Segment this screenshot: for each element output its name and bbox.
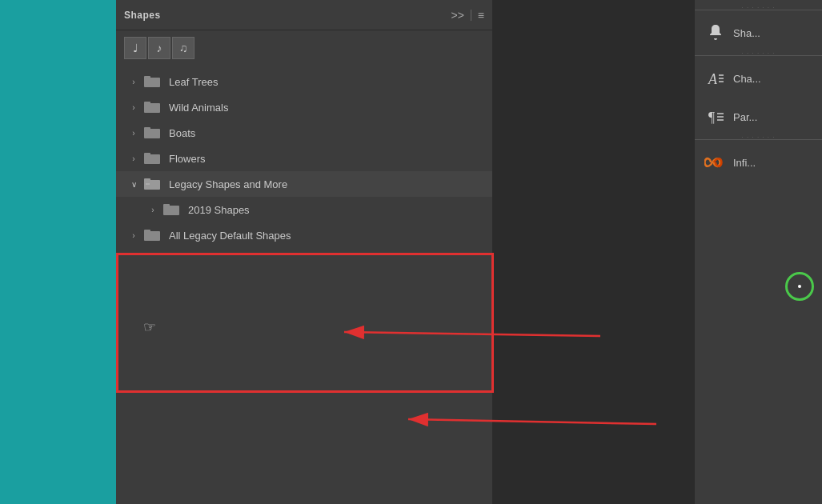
folder-icon-wild-animals: [143, 99, 162, 115]
sidebar-label-infinite: Infi...: [733, 157, 756, 169]
icon-row: ♩ ♪ ♫: [116, 30, 492, 66]
paragraph-panel-icon: ¶: [704, 106, 727, 128]
expand-icon[interactable]: >>: [451, 9, 463, 22]
sidebar-label-paragraph: Par...: [733, 111, 757, 123]
tree-item-label-leaf-trees: Leaf Trees: [169, 76, 218, 88]
folder-icon-legacy-shapes: [143, 176, 162, 192]
svg-rect-12: [163, 204, 170, 207]
tree-item-boats[interactable]: › Boats: [116, 120, 492, 146]
folder-icon-leaf-trees: [143, 74, 162, 90]
folder-icon-all-legacy: [143, 227, 162, 243]
cursor-circle: [785, 272, 814, 301]
music-icon-1[interactable]: ♩: [124, 37, 146, 59]
chevron-all-legacy: ›: [127, 231, 140, 240]
svg-text:A: A: [708, 71, 718, 87]
tree-item-label-all-legacy: All Legacy Default Shapes: [169, 230, 291, 242]
svg-rect-7: [144, 153, 150, 156]
folder-icon-flowers: [143, 150, 162, 166]
chevron-boats: ›: [127, 129, 140, 138]
chevron-flowers: ›: [127, 154, 140, 163]
svg-rect-14: [144, 230, 150, 233]
svg-rect-5: [144, 127, 150, 130]
sidebar-item-shapes[interactable]: Sha...: [695, 14, 822, 52]
sidebar-label-character: Cha...: [733, 73, 761, 85]
right-sidebar: Sha... A Cha... ¶ Par...: [694, 0, 822, 504]
chevron-wild-animals: ›: [127, 103, 140, 112]
chevron-leaf-trees: ›: [127, 78, 140, 86]
tree-item-label-2019-shapes: 2019 Shapes: [188, 204, 250, 216]
music-icon-3[interactable]: ♫: [172, 37, 194, 59]
cursor-dot: [798, 285, 801, 288]
chevron-2019-shapes: ›: [146, 206, 159, 214]
character-panel-icon: A: [704, 67, 727, 90]
panel-header: Shapes >> ≡: [116, 0, 492, 30]
svg-rect-3: [144, 102, 150, 105]
shapes-panel-icon: [704, 22, 727, 44]
tree-item-leaf-trees[interactable]: › Leaf Trees: [116, 69, 492, 94]
sidebar-item-paragraph[interactable]: ¶ Par...: [695, 98, 822, 136]
sidebar-separator-top: [695, 10, 822, 10]
tree-item-all-legacy[interactable]: › All Legacy Default Shapes: [116, 222, 492, 248]
folder-icon-boats: [143, 125, 162, 141]
svg-rect-1: [144, 76, 150, 79]
folder-icon-2019-shapes: [162, 202, 182, 218]
tree-list: › Leaf Trees › Wild Animals ›: [116, 66, 492, 251]
sidebar-separator-1: [695, 55, 822, 56]
sidebar-label-shapes: Sha...: [733, 27, 760, 39]
panel-header-icons: >> ≡: [451, 9, 484, 22]
tree-item-legacy-shapes[interactable]: ∨ Legacy Shapes and More: [116, 171, 492, 197]
infinite-panel-icon: [704, 151, 727, 174]
tree-item-label-wild-animals: Wild Animals: [169, 102, 228, 114]
teal-background: [0, 0, 116, 504]
sidebar-item-character[interactable]: A Cha...: [695, 59, 822, 98]
tree-item-flowers[interactable]: › Flowers: [116, 146, 492, 171]
tree-item-label-boats: Boats: [169, 127, 195, 139]
sidebar-separator-2: [695, 139, 822, 140]
panel-title: Shapes: [124, 10, 161, 21]
header-divider: [471, 10, 471, 21]
svg-rect-9: [144, 178, 150, 182]
svg-text:¶: ¶: [708, 110, 715, 126]
tree-item-label-legacy-shapes: Legacy Shapes and More: [169, 178, 287, 190]
music-icon-2[interactable]: ♪: [148, 37, 170, 59]
chevron-legacy-shapes: ∨: [127, 180, 140, 189]
shapes-panel: Shapes >> ≡ ♩ ♪ ♫ › Leaf Trees ›: [116, 0, 492, 504]
menu-icon[interactable]: ≡: [478, 9, 484, 22]
tree-item-wild-animals[interactable]: › Wild Animals: [116, 94, 492, 120]
tree-item-label-flowers: Flowers: [169, 153, 206, 165]
sidebar-item-infinite[interactable]: Infi...: [695, 143, 822, 182]
tree-item-2019-shapes[interactable]: › 2019 Shapes: [116, 197, 492, 222]
